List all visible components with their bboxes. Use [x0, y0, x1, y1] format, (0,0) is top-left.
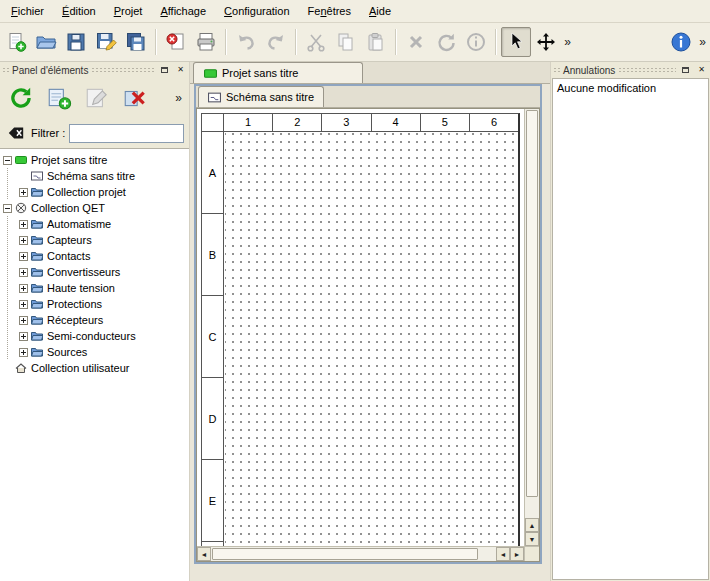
elements-panel-titlebar[interactable]: Panel d'éléments ✕ [0, 62, 189, 78]
open-project-button[interactable] [31, 27, 61, 57]
undo-panel: Annulations ✕ Aucune modification [550, 62, 710, 581]
print-button[interactable] [191, 27, 221, 57]
expand-icon[interactable] [19, 252, 28, 261]
close-panel-button[interactable]: ✕ [174, 64, 187, 77]
filter-input[interactable] [69, 124, 184, 143]
about-qet-button[interactable] [666, 27, 696, 57]
elements-panel: Panel d'éléments ✕ » Filtrer : Projet sa… [0, 62, 190, 581]
expand-icon[interactable] [19, 332, 28, 341]
tree-item-label: Récepteurs [47, 314, 103, 326]
expand-icon[interactable] [19, 220, 28, 229]
diagram-grid[interactable] [225, 133, 518, 562]
scroll-up-icon: ▲ [529, 522, 536, 529]
properties-button[interactable] [461, 27, 491, 57]
horizontal-scrollbar-thumb[interactable] [212, 548, 478, 560]
tree-item-protections[interactable]: Protections [0, 296, 189, 312]
menu-configuration[interactable]: Configuration [215, 0, 298, 22]
scroll-down-button[interactable]: ▼ [525, 532, 539, 546]
undo-panel-titlebar[interactable]: Annulations ✕ [551, 62, 710, 78]
close-panel-button[interactable]: ✕ [695, 64, 708, 77]
expand-icon[interactable] [19, 300, 28, 309]
new-project-button[interactable] [1, 27, 31, 57]
delete-element-button[interactable] [118, 81, 152, 115]
redo-icon [265, 31, 287, 53]
tree-item-convertisseurs[interactable]: Convertisseurs [0, 264, 189, 280]
tree-item-label: Projet sans titre [31, 154, 107, 166]
undo-history-list[interactable]: Aucune modification [552, 78, 709, 580]
tree-item-projet-sans-titre[interactable]: Projet sans titre [0, 152, 189, 168]
save-all-button[interactable] [121, 27, 151, 57]
rotate-button[interactable] [431, 27, 461, 57]
dock-grip[interactable] [2, 67, 9, 74]
tree-item-semi-conducteurs[interactable]: Semi-conducteurs [0, 328, 189, 344]
tree-item-capteurs[interactable]: Capteurs [0, 232, 189, 248]
float-panel-button[interactable] [679, 64, 692, 77]
tree-guide [3, 184, 19, 200]
vertical-scrollbar-thumb[interactable] [526, 110, 538, 497]
tree-item-label: Capteurs [47, 234, 92, 246]
menu-aide[interactable]: Aide [360, 0, 400, 22]
file-close-icon [165, 31, 187, 53]
menu-fenetres[interactable]: Fenêtres [299, 0, 360, 22]
tree-item-collection-projet[interactable]: Collection projet [0, 184, 189, 200]
cut-button[interactable] [301, 27, 331, 57]
paste-button[interactable] [361, 27, 391, 57]
save-button[interactable] [61, 27, 91, 57]
delete-button[interactable] [401, 27, 431, 57]
vertical-scrollbar[interactable]: ▲ ▼ [524, 109, 539, 546]
tab-schema-sans-titre[interactable]: Schéma sans titre [198, 86, 324, 107]
tree-item-haute-tension[interactable]: Haute tension [0, 280, 189, 296]
scroll-left-button-2[interactable]: ◄ [496, 547, 510, 561]
tree-item-recepteurs[interactable]: Récepteurs [0, 312, 189, 328]
tree-item-contacts[interactable]: Contacts [0, 248, 189, 264]
collapse-icon[interactable] [3, 204, 12, 213]
expand-icon[interactable] [19, 236, 28, 245]
copy-button[interactable] [331, 27, 361, 57]
scroll-right-button[interactable]: ► [510, 547, 524, 561]
close-file-button[interactable] [161, 27, 191, 57]
clear-filter-button[interactable] [5, 122, 27, 144]
diagram-view[interactable]: 123456 ABCDE ▲ ▼ ◄ ◄ ► [196, 108, 540, 562]
expand-icon[interactable] [19, 316, 28, 325]
home-icon [15, 362, 27, 374]
tree-item-automatisme[interactable]: Automatisme [0, 216, 189, 232]
redo-button[interactable] [261, 27, 291, 57]
menu-fichier[interactable]: Fichier [2, 0, 53, 22]
collapse-icon[interactable] [3, 156, 12, 165]
menu-projet[interactable]: Projet [105, 0, 152, 22]
float-panel-button[interactable] [158, 64, 171, 77]
tree-item-collection-utilisateur[interactable]: Collection utilisateur [0, 360, 189, 376]
tools-overflow-button[interactable]: » [561, 35, 574, 49]
select-tool-button[interactable] [501, 27, 531, 57]
dock-grip[interactable] [91, 67, 155, 74]
tab-project-sans-titre[interactable]: Projet sans titre [193, 62, 363, 83]
tree-item-schema-sans-titre[interactable]: Schéma sans titre [0, 168, 189, 184]
element-delete-icon [122, 85, 148, 111]
toolbar-separator [295, 29, 297, 55]
menu-edition[interactable]: Édition [53, 0, 105, 22]
toolbar-separator [495, 29, 497, 55]
undo-button[interactable] [231, 27, 261, 57]
dock-grip[interactable] [553, 67, 560, 74]
scroll-left-button[interactable]: ◄ [197, 547, 211, 561]
expand-icon[interactable] [19, 188, 28, 197]
tree-item-collection-qet[interactable]: Collection QET [0, 200, 189, 216]
menu-affichage[interactable]: Affichage [151, 0, 215, 22]
cross-icon [405, 31, 427, 53]
expand-icon[interactable] [19, 284, 28, 293]
save-as-button[interactable] [91, 27, 121, 57]
expand-icon[interactable] [19, 268, 28, 277]
reload-collections-button[interactable] [4, 81, 38, 115]
edit-element-button[interactable] [80, 81, 114, 115]
scroll-up-button[interactable]: ▲ [525, 518, 539, 532]
project-icon [15, 154, 27, 166]
tree-item-sources[interactable]: Sources [0, 344, 189, 360]
dock-grip[interactable] [618, 67, 676, 74]
horizontal-scrollbar[interactable]: ◄ ◄ ► [197, 546, 524, 561]
expand-icon[interactable] [19, 348, 28, 357]
move-tool-button[interactable] [531, 27, 561, 57]
new-element-button[interactable] [42, 81, 76, 115]
elements-toolbar-overflow-button[interactable]: » [172, 91, 185, 105]
tree-guide [3, 232, 19, 248]
toolbar-extension-button[interactable]: » [696, 35, 709, 49]
